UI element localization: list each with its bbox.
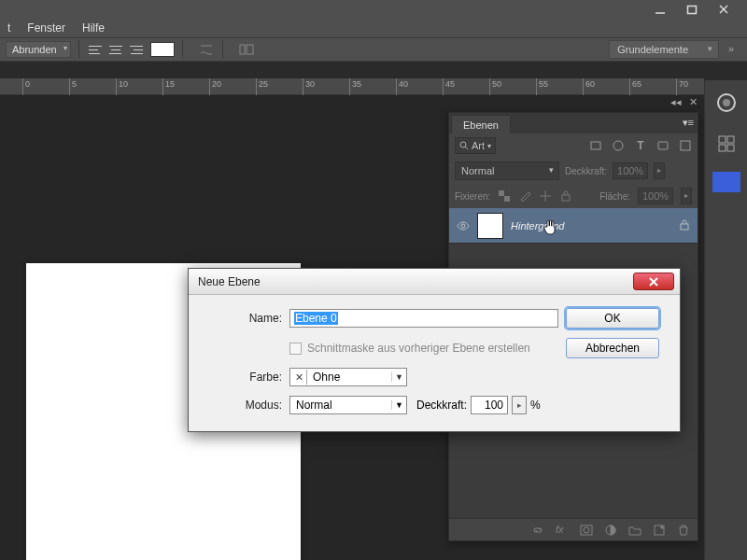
delete-layer-icon[interactable] — [677, 524, 690, 537]
no-color-icon: ✕ — [292, 370, 307, 385]
ruler-tick: 20 — [209, 78, 221, 95]
svg-rect-19 — [504, 196, 510, 202]
clipping-mask-label: Schnittmaske aus vorheriger Ebene erstel… — [307, 342, 530, 355]
fill-label: Fläche: — [599, 191, 630, 202]
layer-lock-icon[interactable] — [679, 219, 690, 232]
layers-tab[interactable]: Ebenen — [451, 115, 511, 133]
ruler-tick: 60 — [583, 78, 595, 95]
rounding-dropdown[interactable]: Abrunden — [6, 41, 71, 58]
fill-value[interactable]: 100% — [638, 188, 673, 204]
lock-position-icon[interactable] — [539, 189, 552, 203]
ok-button[interactable]: OK — [566, 308, 659, 329]
filter-shape-icon[interactable] — [656, 139, 669, 152]
window-minimize-button[interactable] — [654, 3, 667, 16]
divider — [222, 40, 223, 59]
menu-bar: t Fenster Hilfe — [0, 19, 747, 37]
panel-toggle-icon[interactable] — [238, 41, 255, 58]
new-layer-icon[interactable] — [653, 524, 666, 537]
svg-rect-11 — [727, 145, 734, 151]
layer-row-background[interactable]: Hintergrund — [449, 208, 698, 244]
dialog-titlebar[interactable]: Neue Ebene — [189, 269, 680, 295]
divider — [182, 40, 183, 59]
dialog-title: Neue Ebene — [198, 275, 261, 288]
ruler-tick: 40 — [396, 78, 408, 95]
svg-point-21 — [461, 224, 465, 228]
ruler-tick: 50 — [489, 78, 501, 95]
ruler-tick: 0 — [22, 78, 30, 95]
color-wheel-icon[interactable] — [705, 84, 747, 121]
percent-label: % — [530, 399, 541, 412]
svg-rect-10 — [719, 145, 726, 151]
svg-rect-22 — [681, 224, 688, 230]
lock-all-icon[interactable] — [559, 189, 572, 203]
panel-close-icon[interactable]: ✕ — [689, 96, 698, 108]
new-group-icon[interactable] — [628, 524, 641, 537]
filter-type-icon[interactable]: T — [634, 139, 647, 152]
blend-mode-dropdown[interactable]: Normal — [455, 161, 559, 180]
ruler-tick: 5 — [69, 78, 77, 95]
layer-filter-kind[interactable]: Art ▾ — [455, 137, 496, 154]
workspace-dropdown[interactable]: Grundelemente — [609, 40, 719, 59]
horizontal-ruler: 0510152025303540455055606570 — [0, 78, 704, 95]
layer-name-label[interactable]: Hintergrund — [511, 220, 564, 231]
menu-item-fenster[interactable]: Fenster — [27, 21, 65, 35]
lock-transparency-icon[interactable] — [498, 189, 511, 203]
link-layers-icon[interactable] — [531, 524, 544, 537]
name-input[interactable]: Ebene 0 — [289, 309, 558, 328]
svg-rect-8 — [719, 136, 726, 143]
svg-rect-5 — [247, 45, 253, 54]
ruler-tick: 70 — [676, 78, 688, 95]
svg-rect-9 — [727, 136, 734, 143]
svg-rect-14 — [591, 142, 600, 149]
svg-rect-4 — [240, 45, 245, 54]
new-adjustment-icon[interactable] — [604, 524, 617, 537]
dialog-opacity-input[interactable] — [471, 396, 508, 414]
opacity-flyout-icon[interactable]: ▸ — [512, 396, 527, 414]
svg-point-7 — [723, 99, 730, 106]
lock-pixels-icon[interactable] — [518, 189, 531, 203]
svg-rect-16 — [658, 142, 668, 149]
divider — [78, 40, 79, 59]
align-center-button[interactable] — [107, 42, 124, 57]
opacity-value[interactable]: 100% — [613, 162, 648, 179]
window-close-button[interactable] — [717, 3, 730, 16]
color-dropdown[interactable]: ✕ Ohne ▼ — [289, 368, 407, 386]
layer-effects-icon[interactable]: fx — [556, 524, 569, 537]
swatches-icon[interactable] — [705, 125, 747, 162]
menu-item-truncated[interactable]: t — [7, 21, 10, 35]
right-panel-strip — [704, 80, 747, 560]
menu-item-hilfe[interactable]: Hilfe — [82, 21, 105, 35]
cancel-button[interactable]: Abbrechen — [566, 338, 659, 358]
svg-rect-20 — [562, 195, 570, 201]
ruler-tick: 55 — [536, 78, 548, 95]
warp-text-icon[interactable] — [198, 41, 215, 58]
collapse-panels-icon[interactable]: » — [728, 43, 741, 56]
filter-adjust-icon[interactable] — [612, 139, 625, 152]
foreground-color-swatch[interactable] — [712, 172, 740, 192]
mode-dropdown[interactable]: Normal ▼ — [289, 396, 407, 414]
layers-footer: fx — [449, 518, 698, 540]
ruler-tick: 10 — [116, 78, 128, 95]
window-maximize-button[interactable] — [685, 3, 698, 16]
panel-collapse-icon[interactable]: ◂◂ — [670, 96, 682, 108]
svg-rect-1 — [688, 7, 697, 14]
color-swatch[interactable] — [150, 42, 175, 57]
filter-smart-icon[interactable] — [679, 139, 692, 152]
ruler-tick: 45 — [443, 78, 455, 95]
fill-stepper[interactable]: ▸ — [681, 188, 692, 204]
ruler-tick: 30 — [303, 78, 315, 95]
align-right-button[interactable] — [128, 42, 145, 57]
add-mask-icon[interactable] — [580, 524, 593, 537]
panel-menu-icon[interactable]: ▾≡ — [683, 117, 694, 129]
filter-pixel-icon[interactable] — [589, 139, 602, 152]
ruler-tick: 25 — [256, 78, 268, 95]
opacity-stepper[interactable]: ▸ — [654, 162, 665, 179]
layer-thumbnail[interactable] — [477, 213, 503, 239]
svg-rect-17 — [681, 141, 690, 150]
visibility-toggle-icon[interactable] — [457, 219, 470, 232]
dialog-close-button[interactable] — [633, 273, 674, 290]
opacity-label: Deckkraft: — [565, 166, 607, 176]
clipping-mask-checkbox — [289, 343, 302, 355]
mode-field-label: Modus: — [202, 399, 282, 412]
align-left-button[interactable] — [87, 42, 104, 57]
